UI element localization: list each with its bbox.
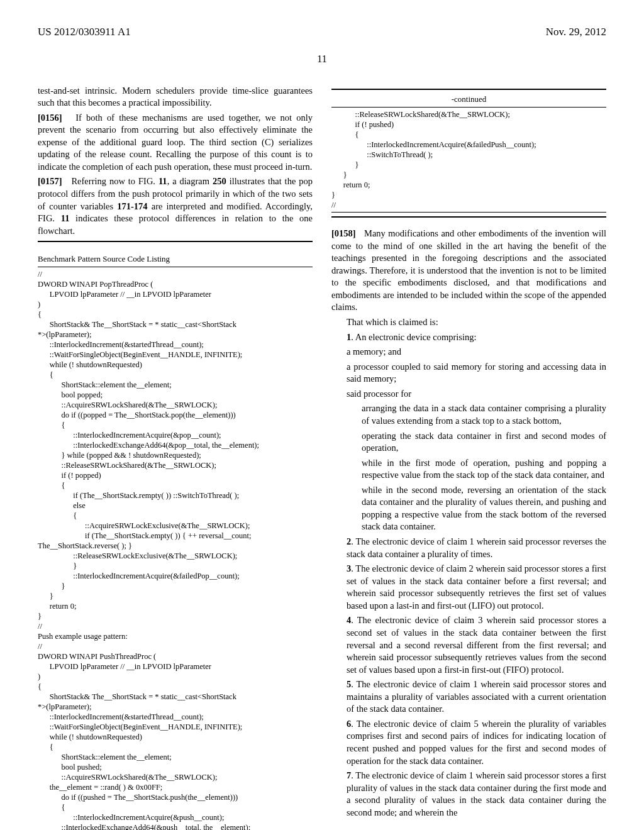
claim: 4. The electronic device of claim 3 wher… xyxy=(331,614,606,676)
claim: 5. The electronic device of claim 1 wher… xyxy=(331,678,606,716)
code-listing-title: Benchmark Pattern Source Code Listing xyxy=(38,253,313,265)
claim-line: a processor coupled to said memory for s… xyxy=(331,361,606,385)
paragraph-body: If both of these mechanisms are used tog… xyxy=(38,113,313,172)
claim: 7. The electronic device of claim 1 wher… xyxy=(331,770,606,819)
paragraph-number: [0158] xyxy=(331,228,356,238)
paragraph: [0156] If both of these mechanisms are u… xyxy=(38,112,313,174)
claim: 2. The electronic device of claim 1 wher… xyxy=(331,536,606,560)
paragraph-body: Many modifications and other embodiments… xyxy=(331,228,606,312)
paragraph-body: Referring now to FIG. xyxy=(71,176,158,186)
ref-number: 11 xyxy=(61,213,70,223)
code-listing: ::ReleaseSRWLockShared(&The__SRWLOCK); i… xyxy=(331,109,606,210)
claim-line: while in the first mode of operation, pu… xyxy=(331,457,606,482)
code-listing: // DWORD WINAPI PopThreadProc ( LPVOID l… xyxy=(38,269,313,830)
right-column: -continued ::ReleaseSRWLockShared(&The__… xyxy=(331,85,606,830)
claim-line: arranging the data in a stack data conta… xyxy=(331,402,606,427)
publication-number: US 2012/0303911 A1 xyxy=(38,25,131,40)
paragraph-number: [0156] xyxy=(38,113,62,123)
paragraph-body: test-and-set intrinsic. Modern scheduler… xyxy=(38,85,313,109)
claim: 6. The electronic device of claim 5 wher… xyxy=(331,718,606,767)
claims-intro: That which is claimed is: xyxy=(331,316,606,329)
claim-line: operating the stack data container in fi… xyxy=(331,430,606,455)
ref-number: 171-174 xyxy=(117,201,147,211)
ref-number: 250 xyxy=(213,176,226,186)
claim-line: while in the second mode, reversing an o… xyxy=(331,484,606,533)
claim-line: a memory; and xyxy=(331,346,606,358)
paragraph: [0157] Referring now to FIG. 11, a diagr… xyxy=(38,175,313,237)
paragraph: [0158] Many modifications and other embo… xyxy=(331,228,606,314)
left-column: test-and-set intrinsic. Modern scheduler… xyxy=(38,85,313,830)
continued-label: -continued xyxy=(331,94,606,105)
ref-number: 11 xyxy=(158,176,167,186)
claim: 3. The electronic device of claim 2 wher… xyxy=(331,563,606,612)
page-number: 11 xyxy=(38,52,606,66)
claim-line: said processor for xyxy=(331,388,606,401)
publication-date: Nov. 29, 2012 xyxy=(546,25,606,40)
paragraph-number: [0157] xyxy=(38,176,62,186)
claim: 1. An electronic device comprising: xyxy=(331,331,606,344)
